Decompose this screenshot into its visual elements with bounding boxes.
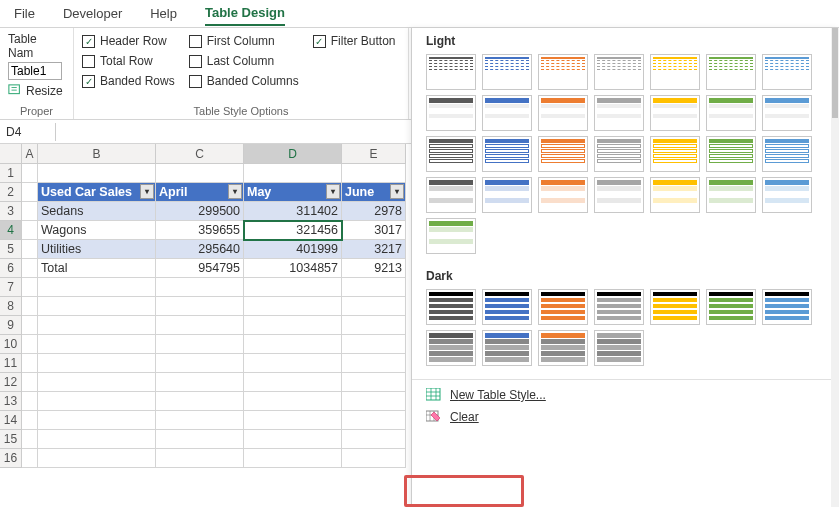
cell-E8[interactable] [342,297,406,316]
table-style-swatch[interactable] [426,95,476,131]
row-header-9[interactable]: 9 [0,316,22,335]
cell-D8[interactable] [244,297,342,316]
filter-button-e[interactable]: ▾ [390,184,404,199]
cell-C8[interactable] [156,297,244,316]
filter-button-b[interactable]: ▾ [140,184,154,199]
tab-help[interactable]: Help [150,2,177,25]
cell-C12[interactable] [156,373,244,392]
cell-C3[interactable]: 299500 [156,202,244,221]
row-header-5[interactable]: 5 [0,240,22,259]
clear-button[interactable]: Clear [412,406,839,428]
row-header-2[interactable]: 2 [0,183,22,202]
table-style-swatch[interactable] [762,54,812,90]
cell-B3[interactable]: Sedans [38,202,156,221]
cell-A6[interactable] [22,259,38,278]
row-header-7[interactable]: 7 [0,278,22,297]
cell-C11[interactable] [156,354,244,373]
cell-E14[interactable] [342,411,406,430]
table-style-swatch[interactable] [650,177,700,213]
cell-E9[interactable] [342,316,406,335]
cell-A1[interactable] [22,164,38,183]
cell-A4[interactable] [22,221,38,240]
tab-developer[interactable]: Developer [63,2,122,25]
cell-B8[interactable] [38,297,156,316]
cell-A10[interactable] [22,335,38,354]
cell-B15[interactable] [38,430,156,449]
cell-A11[interactable] [22,354,38,373]
table-style-swatch[interactable] [762,289,812,325]
cell-C15[interactable] [156,430,244,449]
table-style-swatch[interactable] [650,95,700,131]
cell-D10[interactable] [244,335,342,354]
table-style-swatch[interactable] [482,95,532,131]
col-header-b[interactable]: B [38,144,156,164]
cell-D16[interactable] [244,449,342,468]
cell-C16[interactable] [156,449,244,468]
cell-A9[interactable] [22,316,38,335]
cell-A3[interactable] [22,202,38,221]
table-style-swatch[interactable] [706,95,756,131]
chk-filter-button[interactable]: ✓Filter Button [313,34,396,48]
cell-B13[interactable] [38,392,156,411]
table-style-swatch[interactable] [762,95,812,131]
cell-E1[interactable] [342,164,406,183]
table-style-swatch[interactable] [650,136,700,172]
chk-banded-rows[interactable]: ✓Banded Rows [82,74,175,88]
cell-B6[interactable]: Total [38,259,156,278]
chk-last-column[interactable]: Last Column [189,54,299,68]
cell-E7[interactable] [342,278,406,297]
resize-table-button[interactable]: Resize [8,84,65,98]
cell-D7[interactable] [244,278,342,297]
cell-A8[interactable] [22,297,38,316]
table-style-swatch[interactable] [594,54,644,90]
table-style-swatch[interactable] [650,54,700,90]
table-style-swatch[interactable] [538,177,588,213]
cell-E4[interactable]: 3017 [342,221,406,240]
cell-E5[interactable]: 3217 [342,240,406,259]
table-style-swatch[interactable] [762,136,812,172]
cell-C5[interactable]: 295640 [156,240,244,259]
table-style-swatch[interactable] [594,289,644,325]
cell-D4[interactable]: 321456 [244,221,342,240]
cell-D15[interactable] [244,430,342,449]
col-header-e[interactable]: E [342,144,406,164]
cell-E16[interactable] [342,449,406,468]
cell-B9[interactable] [38,316,156,335]
table-style-swatch[interactable] [482,330,532,366]
table-style-swatch[interactable] [706,289,756,325]
cell-D1[interactable] [244,164,342,183]
filter-button-d[interactable]: ▾ [326,184,340,199]
table-style-swatch[interactable] [594,95,644,131]
col-header-c[interactable]: C [156,144,244,164]
table-style-swatch[interactable] [482,177,532,213]
cell-B12[interactable] [38,373,156,392]
row-header-6[interactable]: 6 [0,259,22,278]
cell-D14[interactable] [244,411,342,430]
cell-A14[interactable] [22,411,38,430]
cell-B2[interactable]: Used Car Sales▾ [38,183,156,202]
table-style-swatch[interactable] [594,330,644,366]
cell-B14[interactable] [38,411,156,430]
row-header-14[interactable]: 14 [0,411,22,430]
table-style-swatch[interactable] [538,136,588,172]
cell-C10[interactable] [156,335,244,354]
row-header-11[interactable]: 11 [0,354,22,373]
table-style-swatch[interactable] [538,330,588,366]
cell-C13[interactable] [156,392,244,411]
row-header-10[interactable]: 10 [0,335,22,354]
table-style-swatch[interactable] [538,95,588,131]
cell-A13[interactable] [22,392,38,411]
table-style-swatch[interactable] [538,289,588,325]
cell-D9[interactable] [244,316,342,335]
chk-header-row[interactable]: ✓Header Row [82,34,175,48]
table-style-swatch[interactable] [426,54,476,90]
cell-D11[interactable] [244,354,342,373]
chk-first-column[interactable]: First Column [189,34,299,48]
cell-C1[interactable] [156,164,244,183]
cell-C6[interactable]: 954795 [156,259,244,278]
cell-E15[interactable] [342,430,406,449]
table-style-swatch[interactable] [426,218,476,254]
row-header-15[interactable]: 15 [0,430,22,449]
cell-E11[interactable] [342,354,406,373]
cell-D2[interactable]: May▾ [244,183,342,202]
